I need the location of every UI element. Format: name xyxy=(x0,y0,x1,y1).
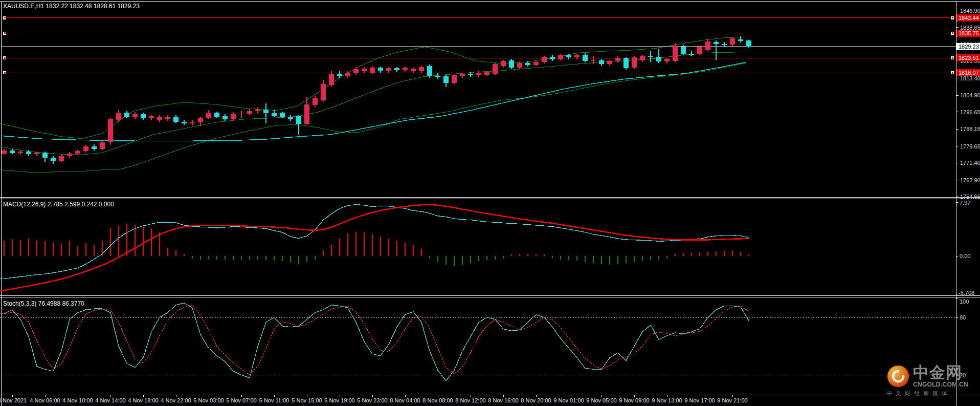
candle-body xyxy=(378,68,383,71)
candle-body xyxy=(673,46,678,61)
candle-body xyxy=(640,56,645,60)
candle-body xyxy=(296,116,301,124)
candle-body xyxy=(566,55,571,58)
candle-body xyxy=(132,114,138,117)
candle-body xyxy=(599,60,604,65)
candle-body xyxy=(705,41,710,50)
candle-body xyxy=(443,76,449,83)
candle-body xyxy=(632,57,637,68)
candle-wick xyxy=(593,56,593,64)
candle-body xyxy=(190,122,195,123)
candle-wick xyxy=(241,111,241,118)
candle-body xyxy=(722,44,727,45)
candle-body xyxy=(411,69,416,71)
time-tick-label: 5 Nov 23:00 xyxy=(357,397,387,403)
time-tick-label: 4 Nov 2021 xyxy=(0,397,27,403)
candle-body xyxy=(468,74,473,75)
candle-body xyxy=(615,58,620,61)
price-tick-label: 1788.15 xyxy=(960,126,980,132)
candle-body xyxy=(583,55,588,61)
candle-body xyxy=(337,74,342,76)
candle-body xyxy=(648,56,653,57)
candle-body xyxy=(656,57,661,61)
candle-body xyxy=(141,114,146,118)
time-tick-label: 4 Nov 06:00 xyxy=(30,397,60,403)
candle-body xyxy=(419,67,424,71)
chart-render-root: 1846.901838.651830.151821.901813.401804.… xyxy=(0,1,980,406)
watermark: 中金网 CNGOLD.COM.CN 中 文 财 经 新 媒 体 xyxy=(886,365,980,397)
candle-body xyxy=(2,151,7,154)
candle-body xyxy=(550,57,555,59)
price-tick-label: 1838.65 xyxy=(960,25,980,31)
trading-chart-window[interactable]: 1846.901838.651830.151821.901813.401804.… xyxy=(0,0,980,406)
price-axis[interactable]: 1846.901838.651830.151821.901813.401804.… xyxy=(956,8,980,200)
chart-canvas[interactable]: 1846.901838.651830.151821.901813.401804.… xyxy=(0,0,980,406)
candle-body xyxy=(689,54,694,55)
candle-body xyxy=(18,152,23,153)
candle-body xyxy=(664,59,670,61)
time-tick-label: 5 Nov 11:00 xyxy=(259,397,289,403)
time-tick-label: 5 Nov 03:00 xyxy=(193,397,224,403)
stoch-indicator-label: Stoch(5,3,3) 76.4988 86.3770 xyxy=(3,300,84,307)
level-price-text: 1823.51 xyxy=(959,55,979,61)
time-tick-label: 8 Nov 16:00 xyxy=(488,397,518,403)
candle-body xyxy=(558,55,563,59)
candle-body xyxy=(533,62,539,65)
candle-body xyxy=(501,61,506,66)
price-tick-label: 1796.65 xyxy=(960,109,980,115)
time-axis[interactable]: 4 Nov 20214 Nov 06:004 Nov 10:004 Nov 14… xyxy=(0,395,748,403)
macd-axis-max: 7.97 xyxy=(960,200,970,206)
watermark-domain: CNGOLD.COM.CN xyxy=(913,381,968,388)
time-tick-label: 8 Nov 12:00 xyxy=(455,397,485,403)
time-tick-label: 9 Nov 21:00 xyxy=(717,397,747,403)
time-tick-label: 9 Nov 09:00 xyxy=(619,397,649,403)
price-tick-label: 1762.90 xyxy=(960,177,980,183)
candle-wick xyxy=(265,103,266,123)
stochastic-panel xyxy=(0,298,958,381)
candle-wick xyxy=(691,51,692,56)
candle-body xyxy=(51,158,56,161)
candle-body xyxy=(623,58,629,68)
time-tick-label: 8 Nov 20:00 xyxy=(521,397,551,403)
candle-body xyxy=(288,117,293,119)
level-price-text: 1843.44 xyxy=(959,15,979,21)
candle-body xyxy=(100,142,105,149)
stoch-axis-100: 100 xyxy=(960,298,969,305)
time-tick-label: 4 Nov 10:00 xyxy=(62,397,93,403)
candle-body xyxy=(542,57,547,62)
time-tick-label: 9 Nov 13:00 xyxy=(652,397,682,403)
time-tick-label: 9 Nov 17:00 xyxy=(684,397,715,403)
watermark-slogan: 中 文 财 经 新 媒 体 xyxy=(886,390,980,397)
level-price-text: 1835.75 xyxy=(959,30,979,36)
candle-body xyxy=(182,122,187,123)
candlestick-series xyxy=(2,36,751,164)
candle-body xyxy=(67,154,72,156)
candle-body xyxy=(394,68,399,70)
time-tick-label: 5 Nov 15:00 xyxy=(292,397,322,403)
candle-body xyxy=(493,64,498,74)
candle-body xyxy=(452,75,457,83)
candle-body xyxy=(353,69,359,73)
candle-body xyxy=(345,73,350,76)
candle-body xyxy=(321,84,326,100)
candle-body xyxy=(34,153,39,154)
time-tick-label: 8 Nov 08:00 xyxy=(422,397,453,403)
cngold-logo-icon xyxy=(886,365,910,388)
candle-body xyxy=(517,63,522,68)
candle-body xyxy=(198,118,203,122)
stoch-axis-80: 80 xyxy=(960,314,966,320)
candle-body xyxy=(313,98,318,105)
chart-title: XAUUSD.E,H1 1832.22 1832.48 1828.61 1829… xyxy=(3,3,140,10)
candle-body xyxy=(746,40,751,47)
candle-body xyxy=(403,68,408,70)
candle-body xyxy=(26,152,31,154)
candle-body xyxy=(83,146,88,151)
candle-body xyxy=(435,76,440,77)
time-tick-label: 9 Nov 01:00 xyxy=(553,397,584,403)
candle-body xyxy=(92,146,97,149)
candle-body xyxy=(280,113,285,116)
price-tick-label: 1804.90 xyxy=(960,92,980,98)
price-level-lines xyxy=(3,16,954,75)
macd-axis-min: -5.708 xyxy=(959,290,974,296)
candle-body xyxy=(206,113,211,118)
